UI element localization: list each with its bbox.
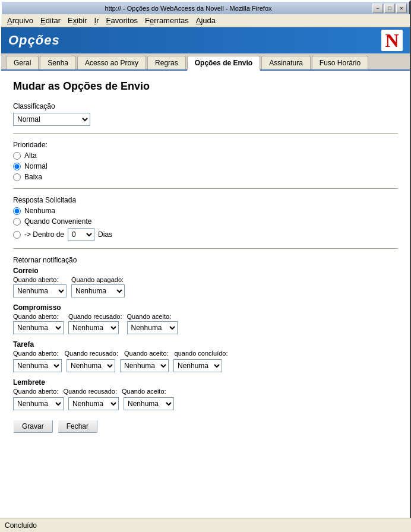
appt-accepted-label: Quando aceito:	[127, 313, 178, 320]
mail-deleted-select[interactable]: Nenhuma Confirmação Assinada	[71, 284, 125, 297]
classification-select[interactable]: Normal Confidencial Secreto Público	[13, 113, 90, 126]
task-accepted-select[interactable]: Nenhuma Confirmação	[120, 359, 169, 372]
tab-regras[interactable]: Regras	[147, 56, 186, 69]
tab-senha[interactable]: Senha	[40, 56, 76, 69]
reminder-open-select[interactable]: Nenhuma Confirmação	[13, 397, 64, 410]
priority-baixa-radio[interactable]	[13, 173, 21, 181]
task-labels-row: Quando aberto: Quando recusado: Quando a…	[13, 350, 398, 357]
reminder-accepted-label: Quando aceito:	[122, 388, 166, 395]
window-controls: − □ ×	[372, 4, 407, 13]
menu-exibir[interactable]: Exibir	[64, 15, 91, 26]
reminder-accepted-col: Quando aceito:	[122, 388, 166, 395]
priority-baixa[interactable]: Baixa	[13, 173, 398, 181]
tab-fuso-horario[interactable]: Fuso Horário	[312, 56, 368, 69]
priority-baixa-label: Baixa	[24, 173, 42, 181]
mail-open-label: Quando aberto:	[13, 276, 67, 283]
days-select[interactable]: 0 1 2 3 5 7 10 14 30	[68, 228, 94, 241]
reminder-accepted-select[interactable]: Nenhuma Confirmação	[124, 397, 174, 410]
reply-conveniente-label: Quando Conveniente	[24, 217, 91, 226]
content-area: Mudar as Opções de Envio Classificação N…	[1, 71, 410, 531]
menu-bar: Arquivo Editar Exibir Ir Favoritos Ferra…	[1, 14, 410, 27]
priority-normal-label: Normal	[24, 162, 48, 170]
status-text: Concluído	[5, 521, 37, 530]
reply-nenhuma-radio[interactable]	[13, 207, 21, 215]
reminder-open-col: Quando aberto:	[13, 388, 58, 395]
mail-section: Correio Quando aberto: Nenhuma Confirmaç…	[13, 267, 398, 297]
task-selects-row: Nenhuma Confirmação Nenhuma Confirmação …	[13, 359, 398, 372]
tab-assinatura[interactable]: Assinatura	[261, 56, 311, 69]
return-notification-group: Retornar notificação Correio Quando aber…	[13, 256, 398, 410]
return-notification-label: Retornar notificação	[13, 256, 398, 264]
task-open-col: Quando aberto:	[13, 350, 58, 357]
maximize-button[interactable]: □	[384, 4, 395, 13]
task-declined-col: Quando recusado:	[64, 350, 118, 357]
appt-open-select[interactable]: Nenhuma Confirmação	[13, 321, 64, 334]
task-declined-label: Quando recusado:	[64, 350, 118, 357]
appt-accepted-select[interactable]: Nenhuma Confirmação	[127, 321, 178, 334]
mail-row: Quando aberto: Nenhuma Confirmação Assin…	[13, 276, 398, 297]
menu-ir[interactable]: Ir	[91, 15, 103, 26]
mail-label: Correio	[13, 267, 398, 275]
menu-arquivo[interactable]: Arquivo	[4, 15, 37, 26]
reminder-selects-row: Nenhuma Confirmação Nenhuma Confirmação …	[13, 397, 398, 410]
reply-requested-radio-group: Nenhuma Quando Conveniente -> Dentro de …	[13, 207, 398, 241]
task-open-select[interactable]: Nenhuma Confirmação	[13, 359, 62, 372]
reply-nenhuma-label: Nenhuma	[24, 207, 55, 215]
priority-normal-radio[interactable]	[13, 163, 21, 170]
divider-1	[13, 133, 398, 134]
mail-deleted-label: Quando apagado:	[71, 276, 125, 283]
task-completed-select[interactable]: Nenhuma Confirmação	[173, 359, 222, 372]
reply-conveniente[interactable]: Quando Conveniente	[13, 217, 398, 226]
task-label: Tarefa	[13, 340, 398, 349]
reply-dentro-label: -> Dentro de	[24, 230, 64, 239]
days-label: Dias	[98, 230, 112, 239]
minimize-button[interactable]: −	[372, 4, 383, 13]
menu-ajuda[interactable]: Ajuda	[192, 15, 219, 26]
reminder-declined-label: Quando recusado:	[63, 388, 117, 395]
reply-nenhuma[interactable]: Nenhuma	[13, 207, 398, 215]
appt-open-label: Quando aberto:	[13, 313, 64, 320]
task-section: Tarefa Quando aberto: Quando recusado: Q…	[13, 340, 398, 372]
tab-acesso-proxy[interactable]: Acesso ao Proxy	[77, 56, 146, 69]
window-title: http:// - Opções do WebAccess da Novell …	[4, 5, 372, 12]
page-title: Mudar as Opções de Envio	[13, 80, 398, 93]
close-button[interactable]: ×	[396, 4, 407, 13]
divider-2	[13, 188, 398, 189]
task-completed-label: quando concluído:	[175, 350, 228, 357]
task-declined-select[interactable]: Nenhuma Confirmação	[67, 359, 115, 372]
menu-ferramentas[interactable]: Ferramentas	[141, 15, 192, 26]
reply-requested-group: Resposta Solicitada Nenhuma Quando Conve…	[13, 196, 398, 241]
reply-dentro-radio[interactable]	[13, 231, 21, 239]
reminder-open-label: Quando aberto:	[13, 388, 58, 395]
priority-radio-group: Alta Normal Baixa	[13, 151, 398, 181]
tab-geral[interactable]: Geral	[6, 56, 39, 69]
menu-favoritos[interactable]: Favoritos	[103, 15, 141, 26]
title-bar: http:// - Opções do WebAccess da Novell …	[1, 1, 410, 14]
mail-open-col: Quando aberto: Nenhuma Confirmação Assin…	[13, 276, 67, 297]
task-accepted-label: Quando aceito:	[124, 350, 169, 357]
task-completed-col: quando concluído:	[175, 350, 228, 357]
priority-alta[interactable]: Alta	[13, 151, 398, 160]
appt-declined-col: Quando recusado: Nenhuma Confirmação	[68, 313, 122, 334]
reply-dentro-row: -> Dentro de 0 1 2 3 5 7 10 14 30 Dias	[13, 228, 398, 241]
appt-declined-label: Quando recusado:	[68, 313, 122, 320]
reminder-declined-col: Quando recusado:	[63, 388, 117, 395]
reminder-declined-select[interactable]: Nenhuma Confirmação	[68, 397, 119, 410]
close-button[interactable]: Fechar	[58, 420, 97, 433]
save-button[interactable]: Gravar	[13, 420, 53, 433]
brand-bar: Opções N	[1, 27, 410, 53]
appointment-section: Compromisso Quando aberto: Nenhuma Confi…	[13, 303, 398, 334]
reminder-labels-row: Quando aberto: Quando recusado: Quando a…	[13, 388, 398, 395]
priority-normal[interactable]: Normal	[13, 162, 398, 170]
tab-opcoes-envio[interactable]: Opções de Envio	[187, 56, 260, 71]
mail-open-select[interactable]: Nenhuma Confirmação Assinada	[13, 284, 67, 297]
appt-open-col: Quando aberto: Nenhuma Confirmação	[13, 313, 64, 334]
priority-alta-label: Alta	[24, 151, 37, 160]
appt-declined-select[interactable]: Nenhuma Confirmação	[68, 321, 119, 334]
menu-editar[interactable]: Editar	[37, 15, 64, 26]
priority-alta-radio[interactable]	[13, 152, 21, 160]
reply-conveniente-radio[interactable]	[13, 218, 21, 226]
task-open-label: Quando aberto:	[13, 350, 58, 357]
tab-bar: Geral Senha Acesso ao Proxy Regras Opçõe…	[1, 53, 410, 71]
classification-group: Classificação Normal Confidencial Secret…	[13, 102, 398, 126]
